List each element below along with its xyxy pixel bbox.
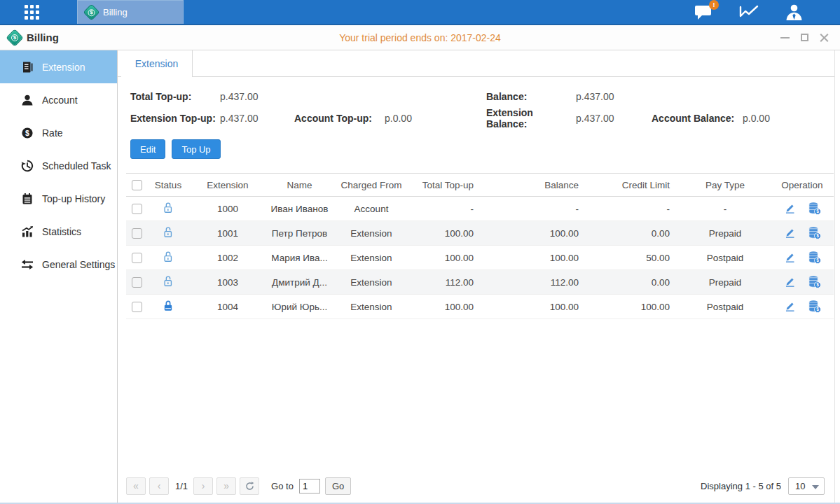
page-size-dropdown[interactable]: 10 — [788, 477, 825, 495]
edit-row-icon[interactable] — [784, 251, 796, 263]
extension-balance-value: p.437.00 — [576, 113, 652, 124]
page-indicator: 1/1 — [175, 481, 188, 491]
row-checkbox[interactable] — [132, 253, 142, 263]
cell-name: Петр Петров — [266, 221, 333, 246]
col-status: Status — [147, 174, 189, 197]
first-page-button[interactable]: « — [126, 477, 146, 495]
cell-name: Юрий Юрь... — [266, 295, 333, 319]
next-page-button[interactable]: › — [193, 477, 213, 495]
close-button[interactable] — [820, 33, 829, 42]
table-row: 1001 Петр Петров Extension 100.00 100.00… — [126, 221, 834, 246]
total-topup-label: Total Top-up: — [130, 91, 220, 102]
lock-closed-icon[interactable] — [163, 304, 174, 314]
cell-name: Дмитрий Д... — [266, 270, 333, 295]
svg-text:$: $ — [816, 282, 819, 288]
svg-text:$: $ — [816, 258, 819, 263]
chevron-down-icon — [812, 485, 819, 489]
sidebar-item-label: Scheduled Task — [42, 160, 111, 172]
cell-total-topup: 100.00 — [410, 221, 483, 246]
cell-balance: - — [483, 197, 588, 221]
tab-extension[interactable]: Extension — [121, 50, 193, 77]
edit-row-icon[interactable] — [784, 202, 796, 214]
extension-topup-value: p.437.00 — [220, 113, 294, 124]
row-checkbox[interactable] — [132, 302, 142, 312]
top-up-button[interactable]: Top Up — [172, 139, 220, 159]
top-up-row-icon[interactable]: $ — [808, 300, 821, 313]
sidebar-item-scheduled-task[interactable]: Scheduled Task — [0, 149, 117, 182]
sidebar-item-general-settings[interactable]: General Settings — [0, 248, 117, 281]
prev-page-button[interactable]: ‹ — [149, 477, 169, 495]
sidebar-item-topup-history[interactable]: Top-up History — [0, 182, 117, 215]
cell-total-topup: 112.00 — [410, 270, 483, 295]
col-credit-limit: Credit Limit — [588, 174, 680, 197]
top-up-row-icon[interactable]: $ — [808, 275, 821, 288]
last-page-button[interactable]: » — [216, 477, 236, 495]
goto-label: Go to — [271, 481, 294, 491]
top-up-row-icon[interactable]: $ — [808, 251, 821, 264]
lock-open-icon[interactable] — [163, 255, 174, 265]
balance-summary: Total Top-up: p.437.00 Extension Top-up:… — [130, 85, 834, 129]
balance-label: Balance: — [486, 91, 576, 102]
lock-open-icon[interactable] — [163, 206, 174, 216]
cell-extension: 1002 — [189, 246, 266, 270]
sidebar: Extension Account $ Rate Scheduled Task — [0, 50, 118, 503]
cell-pay-type: Postpaid — [680, 246, 771, 270]
cell-charged-from: Extension — [333, 221, 410, 246]
billing-window-icon: $ — [7, 29, 23, 46]
svg-text:$: $ — [816, 209, 819, 214]
cell-credit-limit: 0.00 — [588, 270, 680, 295]
taskbar-tray: ! — [694, 0, 840, 24]
lock-open-icon[interactable] — [163, 230, 174, 241]
sidebar-item-extension[interactable]: Extension — [0, 50, 117, 83]
cell-total-topup: 100.00 — [410, 295, 483, 319]
statistics-icon — [21, 225, 34, 238]
cell-balance: 100.00 — [483, 221, 588, 246]
row-checkbox[interactable] — [132, 228, 142, 239]
edit-button[interactable]: Edit — [130, 139, 165, 159]
taskbar-billing-tab[interactable]: $ Billing — [77, 0, 184, 24]
extension-topup-label: Extension Top-up: — [130, 113, 220, 124]
goto-page-input[interactable] — [299, 479, 320, 493]
edit-row-icon[interactable] — [784, 300, 796, 312]
cell-credit-limit: 50.00 — [588, 246, 680, 270]
sidebar-item-statistics[interactable]: Statistics — [0, 215, 117, 248]
cell-total-topup: 100.00 — [410, 246, 483, 270]
cell-pay-type: - — [680, 197, 771, 221]
cell-pay-type: Prepaid — [680, 270, 771, 295]
cell-pay-type: Prepaid — [680, 221, 771, 246]
row-checkbox[interactable] — [132, 204, 142, 214]
edit-row-icon[interactable] — [784, 227, 796, 239]
sidebar-item-label: Rate — [42, 127, 63, 139]
cell-extension: 1004 — [189, 295, 266, 319]
table-header-row: Status Extension Name Charged From Total… — [126, 174, 834, 197]
cell-total-topup: - — [410, 197, 483, 221]
cell-charged-from: Account — [333, 197, 410, 221]
sidebar-item-account[interactable]: Account — [0, 83, 117, 116]
resource-monitor-icon[interactable] — [738, 4, 759, 20]
extension-icon — [21, 61, 34, 74]
col-pay-type: Pay Type — [680, 174, 771, 197]
top-up-row-icon[interactable]: $ — [808, 226, 821, 239]
messages-icon[interactable]: ! — [694, 4, 713, 20]
refresh-button[interactable] — [240, 477, 259, 495]
account-topup-label: Account Top-up: — [294, 113, 385, 124]
table-row: 1000 Иван Иванов Account - - - - $ — [126, 197, 834, 221]
extension-table: Status Extension Name Charged From Total… — [126, 173, 834, 319]
pagination-bar: « ‹ 1/1 › » Go to Go Displaying 1 - 5 of… — [118, 473, 834, 503]
cell-credit-limit: 0.00 — [588, 221, 680, 246]
row-checkbox[interactable] — [132, 277, 142, 288]
apps-grid-icon[interactable] — [25, 5, 39, 20]
top-up-row-icon[interactable]: $ — [808, 202, 821, 215]
cell-name: Иван Иванов — [266, 197, 333, 221]
lock-open-icon[interactable] — [163, 279, 174, 290]
minimize-button[interactable] — [780, 33, 790, 42]
user-account-icon[interactable] — [785, 4, 804, 21]
svg-text:$: $ — [816, 233, 819, 239]
select-all-checkbox[interactable] — [132, 180, 142, 190]
page-size-value: 10 — [795, 481, 805, 491]
col-operation: Operation — [771, 174, 834, 197]
sidebar-item-rate[interactable]: $ Rate — [0, 116, 117, 149]
go-button[interactable]: Go — [325, 477, 351, 495]
maximize-button[interactable] — [800, 33, 809, 42]
edit-row-icon[interactable] — [784, 276, 796, 288]
